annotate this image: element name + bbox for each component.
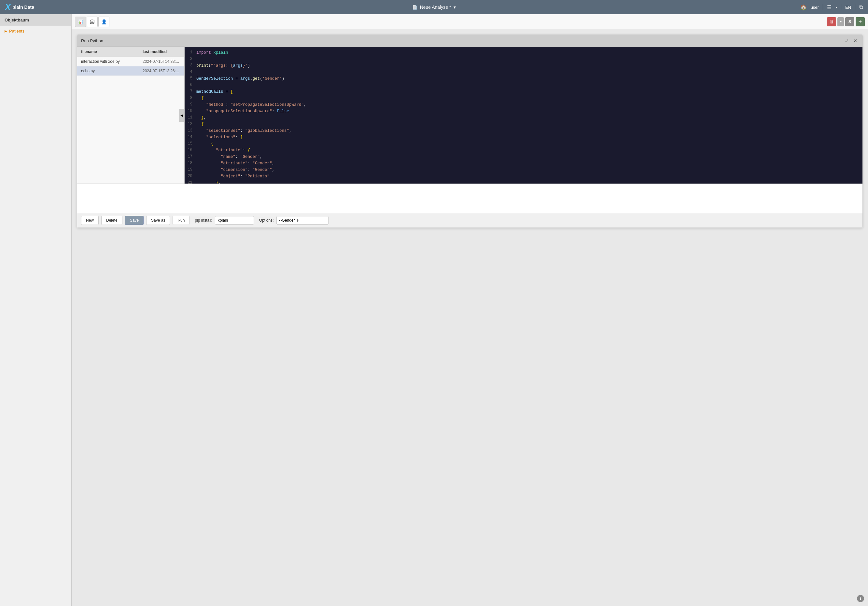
line-content: { (196, 141, 862, 147)
options-input[interactable] (276, 216, 329, 224)
line-content: "attribute": "Gender", (196, 160, 862, 167)
delete-dropdown-btn[interactable]: ▾ (837, 17, 844, 26)
info-icon[interactable]: ℹ (857, 595, 864, 602)
new-button[interactable]: New (81, 216, 99, 225)
panel-title: Run Python (81, 39, 103, 43)
code-line-5: 5 GenderSelection = args.get('Gender') (184, 76, 862, 82)
logo-x: X (5, 3, 11, 12)
line-number: 19 (184, 167, 196, 173)
file-row[interactable]: echo.py 2024-07-15T13:26:... (77, 66, 184, 76)
line-number: 5 (184, 76, 196, 82)
line-number: 8 (184, 95, 196, 101)
sidebar-title: Objektbaum (0, 14, 71, 26)
collapse-pane-area: ◀ (179, 109, 184, 122)
file-row[interactable]: interaction with xoe.py 2024-07-15T14:33… (77, 57, 184, 66)
line-content: "name": "Gender", (196, 154, 862, 160)
sidebar: Objektbaum ▶ Patients (0, 14, 71, 606)
dropdown-arrow-icon[interactable]: ▾ (454, 5, 456, 10)
main-toolbar: 📊 👤 🗑 ▾ S + (71, 14, 868, 29)
line-number: 14 (184, 134, 196, 140)
code-line-2: 2 (184, 56, 862, 62)
user-label: user (811, 5, 819, 10)
line-number: 16 (184, 147, 196, 153)
line-number: 7 (184, 88, 196, 95)
file-modified-cell: 2024-07-15T14:33:... (139, 57, 184, 66)
file-name-cell: interaction with xoe.py (77, 57, 139, 66)
line-content (196, 82, 862, 88)
code-line-8: 8 { (184, 95, 862, 102)
line-content: }, (196, 180, 862, 184)
topbar-right: 🏠 user ☰ ▾ EN ⧉ (800, 4, 863, 11)
chevron-down-icon[interactable]: ▾ (835, 6, 837, 9)
collapse-pane-btn[interactable]: ◀ (179, 109, 184, 122)
person-toolbar-btn[interactable]: 👤 (98, 17, 109, 27)
toolbar-right: 🗑 ▾ S + (827, 17, 865, 26)
s-toolbar-btn[interactable]: S (845, 17, 854, 26)
main-layout: Objektbaum ▶ Patients 📊 👤 🗑 ▾ S + (0, 14, 868, 606)
add-toolbar-btn[interactable]: + (856, 17, 865, 26)
line-content: { (196, 121, 862, 128)
file-modified-cell: 2024-07-15T13:26:... (139, 66, 184, 76)
sidebar-item-patients[interactable]: ▶ Patients (0, 26, 71, 36)
line-content: "selections": [ (196, 134, 862, 141)
app-logo[interactable]: X plain Data (5, 3, 34, 12)
code-line-1: 1 import xplain (184, 49, 862, 56)
line-content: GenderSelection = args.get('Gender') (196, 76, 862, 82)
code-line-11: 11 }, (184, 114, 862, 121)
line-number: 12 (184, 121, 196, 127)
delete-toolbar-btn[interactable]: 🗑 (827, 17, 836, 26)
code-line-4: 4 (184, 69, 862, 76)
save-as-button[interactable]: Save as (146, 216, 170, 225)
line-content: import xplain (196, 49, 862, 56)
code-line-6: 6 (184, 82, 862, 88)
filename-col-header: filename (77, 47, 139, 57)
code-line-13: 13 "selectionSet": "globalSelections", (184, 128, 862, 134)
svg-point-0 (90, 20, 94, 21)
line-number: 11 (184, 114, 196, 121)
code-line-21: 21 }, (184, 180, 862, 184)
file-list-pane: filename last modified interaction with … (77, 47, 184, 184)
close-panel-btn[interactable]: ✕ (852, 37, 859, 44)
line-content: "object": "Patients" (196, 173, 862, 180)
home-icon[interactable]: 🏠 (800, 4, 807, 11)
document-icon: 📄 (412, 5, 417, 10)
line-number: 6 (184, 82, 196, 88)
save-button[interactable]: Save (125, 216, 144, 225)
topbar: X plain Data 📄 Neue Analyse * ▾ 🏠 user ☰… (0, 0, 868, 14)
bottom-toolbar: New Delete Save Save as Run pip install:… (77, 213, 862, 227)
run-button[interactable]: Run (172, 216, 189, 225)
code-editor[interactable]: 1 import xplain 2 3 print(f'args: {args}… (184, 47, 862, 184)
output-area (77, 184, 862, 213)
line-number: 20 (184, 173, 196, 179)
copy-icon[interactable]: ⧉ (859, 4, 863, 10)
chart-toolbar-btn[interactable]: 📊 (75, 17, 86, 27)
code-line-7: 7 methodCalls = [ (184, 88, 862, 95)
line-number: 18 (184, 160, 196, 166)
run-python-panel: Run Python ⤢ ✕ filename last modified (77, 34, 863, 228)
line-number: 3 (184, 62, 196, 69)
line-content: print(f'args: {args}') (196, 62, 862, 69)
content-area: Run Python ⤢ ✕ filename last modified (71, 29, 868, 606)
code-line-10: 10 "propagateSelectionsUpward": False (184, 108, 862, 114)
list-icon[interactable]: ☰ (827, 4, 832, 11)
file-list: interaction with xoe.py 2024-07-15T14:33… (77, 57, 184, 184)
delete-button[interactable]: Delete (101, 216, 122, 225)
code-line-3: 3 print(f'args: {args}') (184, 62, 862, 69)
line-number: 4 (184, 69, 196, 75)
panel-header: Run Python ⤢ ✕ (77, 35, 862, 47)
code-line-12: 12 { (184, 121, 862, 128)
main-content: 📊 👤 🗑 ▾ S + Run Python (71, 14, 868, 606)
lang-label[interactable]: EN (845, 5, 851, 10)
file-list-header: filename last modified (77, 47, 184, 57)
panel-body: filename last modified interaction with … (77, 47, 862, 184)
line-content: "dimension": "Gender", (196, 167, 862, 173)
line-content: "method": "setPropagateSelectionsUpward"… (196, 102, 862, 108)
line-number: 2 (184, 56, 196, 62)
line-number: 10 (184, 108, 196, 114)
database-toolbar-btn[interactable] (87, 17, 98, 27)
pip-install-input[interactable] (215, 216, 254, 224)
expand-panel-btn[interactable]: ⤢ (843, 37, 850, 44)
topbar-separator (823, 4, 823, 10)
expand-arrow-icon: ▶ (5, 29, 7, 33)
line-content: "selectionSet": "globalSelections", (196, 128, 862, 134)
